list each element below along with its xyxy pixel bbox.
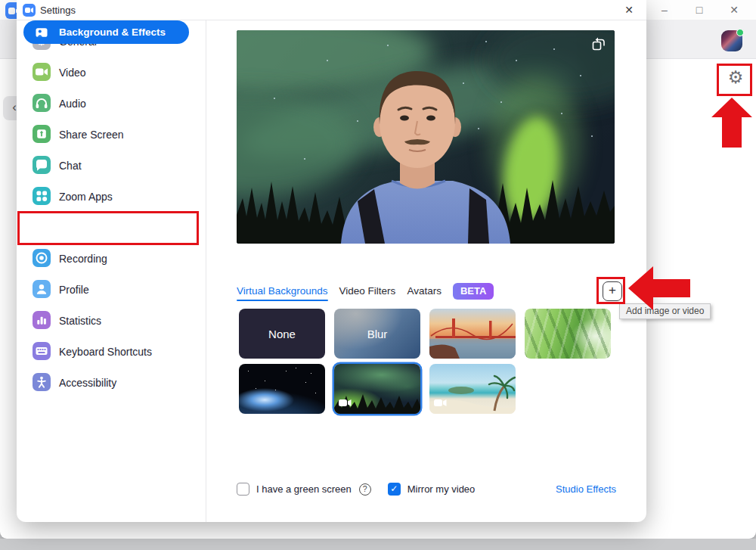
settings-sidebar: ⚙ General Video Audio Share Screen xyxy=(17,20,206,522)
tab-video-filters[interactable]: Video Filters xyxy=(339,285,396,301)
virtual-background-grid: None Blur xyxy=(239,309,611,414)
sidebar-item-label: Background & Effects xyxy=(59,26,166,38)
beta-badge: BETA xyxy=(453,283,494,300)
sidebar-item-label: Zoom Apps xyxy=(59,191,113,203)
keyboard-icon xyxy=(33,342,51,360)
mirror-video-checkbox[interactable]: ✓ xyxy=(388,483,401,496)
sidebar-item-keyboard-shortcuts[interactable]: Keyboard Shortcuts xyxy=(17,336,206,367)
dialog-titlebar: Settings ✕ xyxy=(17,0,646,20)
annotation-box-gear xyxy=(717,64,752,96)
dialog-close-icon[interactable]: ✕ xyxy=(622,4,636,16)
stars xyxy=(239,364,240,365)
thumbnail-none[interactable]: None xyxy=(239,309,325,359)
aurora-self-view-image xyxy=(237,30,615,244)
settings-content: Virtual Backgrounds Video Filters Avatar… xyxy=(206,20,646,522)
studio-effects-link[interactable]: Studio Effects xyxy=(556,483,616,495)
help-icon[interactable]: ? xyxy=(359,483,371,496)
sidebar-item-label: Chat xyxy=(59,160,82,172)
sidebar-item-chat[interactable]: Chat xyxy=(17,150,206,181)
sidebar-item-label: Accessibility xyxy=(59,377,116,389)
sidebar-item-video[interactable]: Video xyxy=(17,57,206,88)
annotation-box-add-button xyxy=(596,277,625,304)
preview-footer: I have a green screen ? ✓ Mirror my vide… xyxy=(237,483,616,496)
minimize-button[interactable]: – xyxy=(647,0,682,20)
thumbnail-label: None xyxy=(239,309,325,359)
zoom-logo-icon xyxy=(23,4,36,17)
video-type-icon xyxy=(339,396,352,410)
statistics-icon xyxy=(33,311,51,329)
sidebar-item-label: Keyboard Shortcuts xyxy=(59,346,152,358)
sidebar-item-label: Audio xyxy=(59,98,86,110)
headphones-icon xyxy=(33,94,51,112)
sidebar-item-recording[interactable]: Recording xyxy=(17,243,206,274)
sidebar-item-label: Video xyxy=(59,67,86,79)
sidebar-item-background-effects[interactable]: Background & Effects xyxy=(23,20,189,44)
online-status-dot xyxy=(736,29,744,36)
bridge-image xyxy=(429,309,516,359)
green-screen-checkbox[interactable] xyxy=(237,483,249,496)
dialog-title: Settings xyxy=(40,5,76,16)
thumbnail-grass[interactable] xyxy=(525,309,611,359)
background-effects-icon xyxy=(33,23,51,42)
sidebar-item-audio[interactable]: Audio xyxy=(17,88,206,119)
mirror-video-label[interactable]: Mirror my video xyxy=(407,483,476,495)
annotation-box-background-effects xyxy=(17,211,199,245)
tab-virtual-backgrounds[interactable]: Virtual Backgrounds xyxy=(237,285,328,301)
sidebar-item-profile[interactable]: Profile xyxy=(17,274,206,305)
sidebar-item-label: Statistics xyxy=(59,315,101,327)
annotation-arrow-up xyxy=(711,98,752,148)
annotation-arrow-left xyxy=(628,266,690,310)
accessibility-icon xyxy=(33,373,51,391)
background-tabs: Virtual Backgrounds Video Filters Avatar… xyxy=(237,283,494,303)
sidebar-item-label: Profile xyxy=(59,284,89,296)
video-type-icon xyxy=(434,396,447,410)
video-camera-icon xyxy=(33,63,51,81)
sidebar-item-label: Share Screen xyxy=(59,129,124,141)
recording-icon xyxy=(33,249,51,267)
sidebar-item-label: Recording xyxy=(59,253,107,265)
thumbnail-golden-gate-bridge[interactable] xyxy=(429,309,516,359)
sidebar-item-zoom-apps[interactable]: Zoom Apps xyxy=(17,181,206,212)
avatar[interactable] xyxy=(721,30,742,51)
rotate-video-icon[interactable] xyxy=(590,36,607,53)
sidebar-item-accessibility[interactable]: Accessibility xyxy=(17,367,206,398)
thumbnail-label: Blur xyxy=(334,309,420,359)
profile-icon xyxy=(33,280,51,298)
thumbnail-blur[interactable]: Blur xyxy=(334,309,420,359)
sidebar-item-statistics[interactable]: Statistics xyxy=(17,305,206,336)
thumbnail-tropical-beach[interactable] xyxy=(429,364,516,414)
desktop-background xyxy=(0,539,756,550)
tab-avatars[interactable]: Avatars xyxy=(407,285,442,301)
close-window-button[interactable]: ✕ xyxy=(717,0,751,20)
thumbnail-aurora-selected[interactable] xyxy=(334,364,420,414)
settings-dialog: Settings ✕ ⚙ General Video Audio Share S… xyxy=(17,0,646,522)
sidebar-item-share-screen[interactable]: Share Screen xyxy=(17,119,206,150)
share-screen-icon xyxy=(33,125,51,143)
video-preview xyxy=(237,30,615,244)
zoom-apps-icon xyxy=(33,187,51,205)
maximize-button[interactable]: □ xyxy=(682,0,717,20)
thumbnail-earth-from-space[interactable] xyxy=(239,364,325,414)
green-screen-label[interactable]: I have a green screen xyxy=(256,483,352,495)
chat-bubble-icon xyxy=(33,156,51,174)
